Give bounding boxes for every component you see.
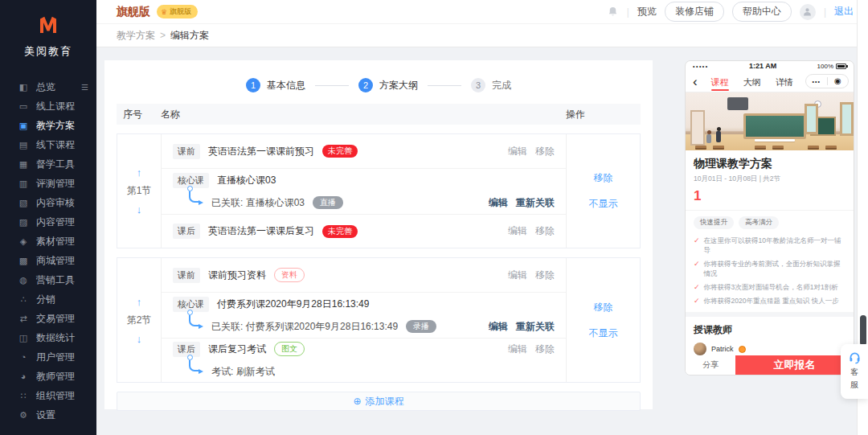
sidebar-item-material[interactable]: ◈素材管理 xyxy=(0,232,96,251)
phone-tab-outline[interactable]: 大纲 xyxy=(736,72,768,92)
edit-link[interactable]: 编辑 xyxy=(489,320,508,334)
sidebar-menu: ◧总览☰ ▭线上课程 ▣教学方案 ▤线下课程 ▦督学工具 ▥评测管理 ▧内容审核… xyxy=(0,77,96,425)
online-course-icon: ▭ xyxy=(18,101,29,112)
check-icon: ✓ xyxy=(694,259,700,269)
sidebar-item-teaching-plan[interactable]: ▣教学方案 xyxy=(0,116,96,135)
course-row: 课前 英语语法第一课课前预习 未完善 编辑移除 xyxy=(162,134,566,168)
phase-tag: 课后 xyxy=(173,342,200,357)
sidebar-item-settings[interactable]: ⚙设置 xyxy=(0,405,96,425)
move-down-button[interactable]: ↓ xyxy=(137,334,142,344)
user-avatar[interactable] xyxy=(800,4,816,20)
sidebar-item-offline-course[interactable]: ▤线下课程 xyxy=(0,135,96,154)
signal-icon: ••••• xyxy=(693,64,709,69)
mobile-preview: ••••• 1:21 AM 100% ‹ 课程 大纲 详情 ••• ◉ 物理课教… xyxy=(685,60,854,375)
phase-tag: 课前 xyxy=(173,268,200,283)
remove-link[interactable]: 移除 xyxy=(535,145,555,158)
content-type-badge: 资料 xyxy=(274,268,305,282)
sidebar-item-user-manage[interactable]: ◔用户管理 xyxy=(0,347,96,367)
share-button[interactable]: 分享 xyxy=(686,355,735,375)
course-row: 课后 英语语法第一课课后复习 未完善 编辑移除 xyxy=(162,214,566,248)
capsule-close-icon[interactable]: ◉ xyxy=(828,77,849,85)
breadcrumb-separator: > xyxy=(160,30,166,41)
material-icon: ◈ xyxy=(18,236,29,247)
teacher-section-header: 授课教师 xyxy=(694,323,845,337)
preview-link[interactable]: 预览 xyxy=(637,5,657,18)
remove-link[interactable]: 移除 xyxy=(535,224,555,238)
check-icon: ✓ xyxy=(694,282,700,292)
sidebar-item-marketing[interactable]: ◍营销工具 xyxy=(0,270,96,289)
table-header: 序号 名称 操作 xyxy=(117,104,641,125)
edit-link[interactable]: 编辑 xyxy=(508,269,527,282)
distribution-icon: ∴ xyxy=(18,294,29,305)
decorate-shop-button[interactable]: 装修店铺 xyxy=(665,2,724,22)
customer-service-widget[interactable]: 客 服 xyxy=(841,344,868,399)
linked-course-text: 已关联: 付费系列课2020年9月28日16:13:49 xyxy=(211,320,398,334)
step-outline[interactable]: 2方案大纲 xyxy=(358,78,418,92)
sidebar-item-mall[interactable]: ▩商城管理 xyxy=(0,251,96,270)
benefit-item: ✓你将获得2020年重点猜题 重点知识 快人一步 xyxy=(694,296,845,306)
scrollbar-thumb[interactable] xyxy=(860,315,866,346)
sidebar-item-org-manage[interactable]: ∷组织管理 xyxy=(0,386,96,405)
content-review-icon: ▧ xyxy=(18,198,29,208)
edit-link[interactable]: 编辑 xyxy=(489,196,508,210)
remove-link[interactable]: 移除 xyxy=(535,343,555,356)
relink-link[interactable]: 重新关联 xyxy=(516,196,555,210)
course-row: 核心课 直播核心课03 已关联: 直播核心课03 直播 编辑重新关联 xyxy=(162,168,566,214)
course-cover-image xyxy=(686,92,854,150)
move-up-button[interactable]: ↑ xyxy=(137,297,142,307)
help-center-button[interactable]: 帮助中心 xyxy=(732,2,792,22)
menu-collapse-icon[interactable]: ☰ xyxy=(81,83,88,92)
breadcrumb-parent[interactable]: 教学方案 xyxy=(117,29,155,43)
more-dots-icon[interactable]: ••• xyxy=(806,79,827,84)
section-hide-link[interactable]: 不显示 xyxy=(589,197,618,211)
col-index: 序号 xyxy=(117,108,161,121)
move-up-button[interactable]: ↑ xyxy=(137,167,142,178)
statistics-icon: ◫ xyxy=(18,333,29,343)
phone-tab-detail[interactable]: 详情 xyxy=(768,72,800,92)
move-down-button[interactable]: ↓ xyxy=(137,204,142,215)
battery-icon xyxy=(836,64,846,69)
bell-icon[interactable] xyxy=(607,6,619,18)
sidebar-item-assessment[interactable]: ▥评测管理 xyxy=(0,174,96,193)
back-chevron-icon[interactable]: ‹ xyxy=(693,75,698,88)
edit-link[interactable]: 编辑 xyxy=(508,224,527,238)
step-basic-info[interactable]: 1基本信息 xyxy=(246,78,305,92)
sidebar-item-statistics[interactable]: ◫数据统计 xyxy=(0,328,96,347)
remove-link[interactable]: 移除 xyxy=(535,269,555,282)
crown-icon: ♛ xyxy=(161,8,167,16)
sidebar-item-distribution[interactable]: ∴分销 xyxy=(0,289,96,309)
section-hide-link[interactable]: 不显示 xyxy=(589,326,618,340)
edit-link[interactable]: 编辑 xyxy=(508,145,527,158)
org-manage-icon: ∷ xyxy=(18,391,29,401)
trade-icon: ⇄ xyxy=(18,314,29,324)
course-title: 英语语法第一课课后复习 xyxy=(208,224,314,238)
section-remove-link[interactable]: 移除 xyxy=(594,171,613,185)
step-finish: 3完成 xyxy=(471,78,511,92)
phone-time: 1:21 AM xyxy=(709,62,817,70)
edit-link[interactable]: 编辑 xyxy=(508,343,527,356)
signup-button[interactable]: 立即报名 xyxy=(735,355,854,375)
add-course-button[interactable]: ⊕ 添加课程 xyxy=(117,392,641,411)
sidebar-item-content-review[interactable]: ▧内容审核 xyxy=(0,193,96,212)
marketing-icon: ◍ xyxy=(18,275,29,285)
sidebar-item-trade[interactable]: ⇄交易管理 xyxy=(0,309,96,328)
teacher-manage-icon: ◕ xyxy=(18,371,29,381)
phone-nav-bar: ‹ 课程 大纲 详情 ••• ◉ xyxy=(686,72,854,92)
sidebar-item-overview[interactable]: ◧总览☰ xyxy=(0,77,96,96)
sidebar-item-teacher-manage[interactable]: ◕教师管理 xyxy=(0,367,96,386)
sidebar-item-online-course[interactable]: ▭线上课程 xyxy=(0,96,96,116)
relink-link[interactable]: 重新关联 xyxy=(516,320,555,334)
divider: | xyxy=(627,6,629,18)
sidebar: 美阅教育 ◧总览☰ ▭线上课程 ▣教学方案 ▤线下课程 ▦督学工具 ▥评测管理 … xyxy=(0,0,96,435)
feature-tag: 高考满分 xyxy=(739,216,779,229)
phone-status-bar: ••••• 1:21 AM 100% xyxy=(686,61,854,72)
logout-link[interactable]: 退出 xyxy=(834,5,854,18)
feature-tag: 快速提升 xyxy=(694,216,734,229)
section-remove-link[interactable]: 移除 xyxy=(594,301,613,314)
sidebar-item-supervise-tool[interactable]: ▦督学工具 xyxy=(0,154,96,174)
edition-title: 旗舰版 xyxy=(117,5,150,19)
phone-tab-course[interactable]: 课程 xyxy=(704,72,736,92)
link-connector-icon xyxy=(189,315,199,326)
sidebar-item-content-manage[interactable]: ▨内容管理 xyxy=(0,212,96,232)
course-price: 1 xyxy=(694,188,845,204)
